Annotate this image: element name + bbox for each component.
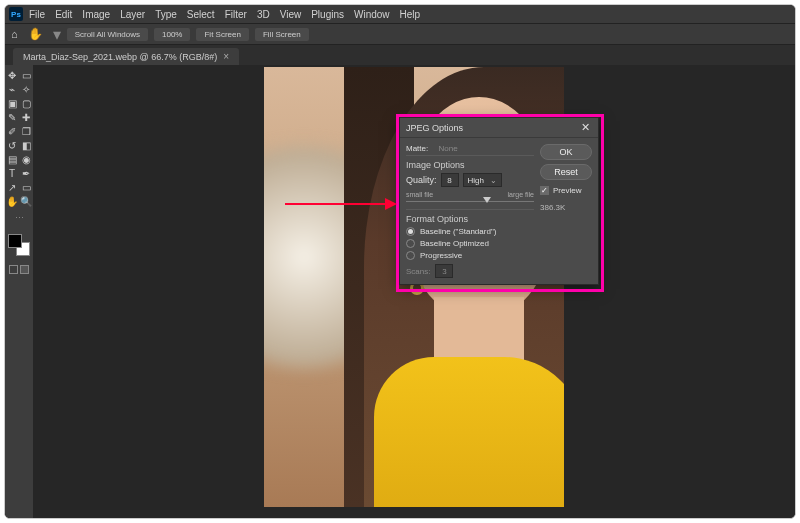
menu-plugins[interactable]: Plugins [311, 9, 344, 20]
radio-on-icon [406, 227, 415, 236]
baseline-standard-radio[interactable]: Baseline ("Standard") [406, 227, 534, 236]
scans-label: Scans: [406, 267, 430, 276]
home-icon[interactable]: ⌂ [11, 28, 18, 40]
menu-bar: Ps File Edit Image Layer Type Select Fil… [5, 5, 795, 23]
tools-panel: ✥ ▭ ⌁ ✧ ▣ ▢ ✎ ✚ ✐ ❐ ↺ ◧ ▤ ◉ T ✒ ↗ ▭ ✋ 🔍 [5, 65, 33, 518]
color-swatches[interactable] [8, 234, 30, 256]
document-tab[interactable]: Marta_Diaz-Sep_2021.webp @ 66.7% (RGB/8#… [13, 48, 239, 65]
quality-slider[interactable]: small file large file [406, 191, 534, 205]
slider-thumb-icon[interactable] [483, 197, 491, 203]
wand-tool-icon[interactable]: ✧ [20, 83, 32, 95]
standard-mode-icon[interactable] [9, 265, 18, 274]
eyedropper-tool-icon[interactable]: ✎ [6, 111, 18, 123]
jpeg-options-dialog: JPEG Options ✕ Matte: None Image Options… [399, 117, 599, 285]
shape-tool-icon[interactable]: ▭ [20, 181, 32, 193]
path-tool-icon[interactable]: ↗ [6, 181, 18, 193]
baseline-optimized-label: Baseline Optimized [420, 239, 489, 248]
app-window: Ps File Edit Image Layer Type Select Fil… [4, 4, 796, 519]
menu-window[interactable]: Window [354, 9, 390, 20]
hand-tool-icon2[interactable]: ✋ [6, 195, 18, 207]
crop-tool-icon[interactable]: ▣ [6, 97, 18, 109]
foreground-color-swatch[interactable] [8, 234, 22, 248]
menu-3d[interactable]: 3D [257, 9, 270, 20]
reset-button[interactable]: Reset [540, 164, 592, 180]
annotation-arrow-icon [285, 203, 395, 205]
pen-tool-icon[interactable]: ✒ [20, 167, 32, 179]
menu-edit[interactable]: Edit [55, 9, 72, 20]
quality-preset-select[interactable]: High [463, 173, 502, 187]
gradient-tool-icon[interactable]: ▤ [6, 153, 18, 165]
options-bar: ⌂ ✋ ▾ Scroll All Windows 100% Fit Screen… [5, 23, 795, 45]
fill-screen-button[interactable]: Fill Screen [255, 28, 309, 41]
eraser-tool-icon[interactable]: ◧ [20, 139, 32, 151]
format-options-heading: Format Options [406, 214, 534, 224]
menu-select[interactable]: Select [187, 9, 215, 20]
preview-checkbox[interactable]: ✓ Preview [540, 186, 592, 195]
large-file-label: large file [508, 191, 534, 198]
matte-value[interactable]: None [438, 144, 457, 153]
menu-layer[interactable]: Layer [120, 9, 145, 20]
history-brush-tool-icon[interactable]: ↺ [6, 139, 18, 151]
ok-button[interactable]: OK [540, 144, 592, 160]
document-tab-bar: Marta_Diaz-Sep_2021.webp @ 66.7% (RGB/8#… [5, 45, 795, 65]
scans-input: 3 [435, 264, 453, 278]
file-size-readout: 386.3K [540, 203, 592, 212]
document-tab-label: Marta_Diaz-Sep_2021.webp @ 66.7% (RGB/8#… [23, 52, 217, 62]
fit-screen-button[interactable]: Fit Screen [196, 28, 248, 41]
progressive-label: Progressive [420, 251, 462, 260]
quickmask-mode-icon[interactable] [20, 265, 29, 274]
zoom-tool-icon[interactable]: 🔍 [20, 195, 32, 207]
radio-off-icon [406, 239, 415, 248]
frame-tool-icon[interactable]: ▢ [20, 97, 32, 109]
menu-view[interactable]: View [280, 9, 302, 20]
quality-input[interactable]: 8 [441, 173, 459, 187]
baseline-standard-label: Baseline ("Standard") [420, 227, 496, 236]
quality-label: Quality: [406, 175, 437, 185]
hand-tool-icon[interactable]: ✋ [28, 27, 43, 41]
dialog-title: JPEG Options [406, 123, 463, 133]
matte-label: Matte: [406, 144, 428, 153]
zoom-100-button[interactable]: 100% [154, 28, 190, 41]
menu-type[interactable]: Type [155, 9, 177, 20]
menu-image[interactable]: Image [82, 9, 110, 20]
radio-off-icon [406, 251, 415, 260]
small-file-label: small file [406, 191, 433, 198]
image-options-heading: Image Options [406, 160, 534, 170]
type-tool-icon[interactable]: T [6, 167, 18, 179]
move-tool-icon[interactable]: ✥ [6, 69, 18, 81]
stamp-tool-icon[interactable]: ❐ [20, 125, 32, 137]
healing-tool-icon[interactable]: ✚ [20, 111, 32, 123]
lasso-tool-icon[interactable]: ⌁ [6, 83, 18, 95]
scroll-all-windows-toggle[interactable]: Scroll All Windows [67, 28, 148, 41]
brush-tool-icon[interactable]: ✐ [6, 125, 18, 137]
close-icon[interactable]: ✕ [578, 121, 592, 135]
matte-row: Matte: None [406, 144, 534, 156]
app-logo-icon: Ps [9, 7, 23, 21]
dialog-titlebar[interactable]: JPEG Options ✕ [400, 118, 598, 138]
checkbox-checked-icon: ✓ [540, 186, 549, 195]
menu-filter[interactable]: Filter [225, 9, 247, 20]
tools-more-icon[interactable]: ⋯ [15, 213, 24, 223]
marquee-tool-icon[interactable]: ▭ [20, 69, 32, 81]
close-tab-icon[interactable]: × [223, 51, 229, 62]
baseline-optimized-radio[interactable]: Baseline Optimized [406, 239, 534, 248]
menu-help[interactable]: Help [400, 9, 421, 20]
menu-file[interactable]: File [29, 9, 45, 20]
progressive-radio[interactable]: Progressive [406, 251, 534, 260]
blur-tool-icon[interactable]: ◉ [20, 153, 32, 165]
preview-label: Preview [553, 186, 581, 195]
